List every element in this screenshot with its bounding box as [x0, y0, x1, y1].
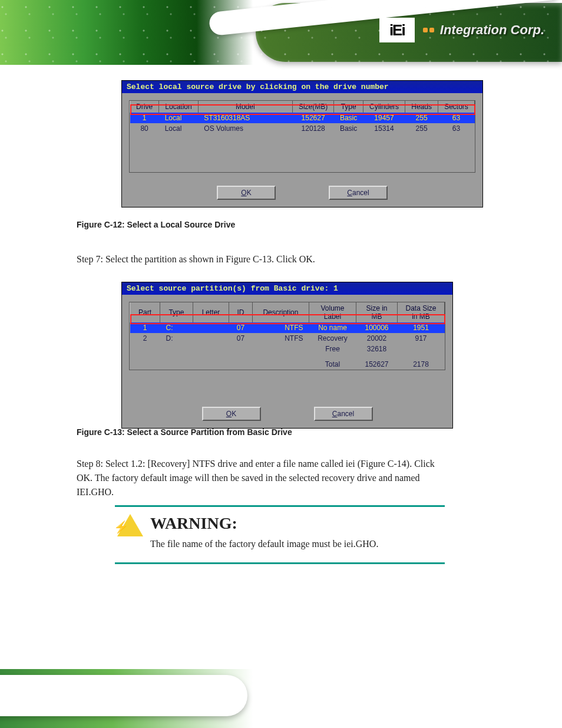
cancel-button[interactable]: CancelCancel	[329, 186, 388, 200]
col-letter: Letter	[193, 302, 229, 322]
cell-data: 1951	[398, 322, 445, 333]
cell-psize: 100006	[356, 322, 398, 333]
total-label: Total	[309, 354, 356, 370]
cell-ptype: D:	[160, 333, 193, 344]
cell-letter	[193, 322, 229, 333]
cell-type: Basic	[334, 123, 363, 134]
drive-row-selected[interactable]: 1 Local ST3160318AS 152627 Basic 19457 2…	[130, 113, 475, 123]
cell-cyl: 19457	[363, 113, 405, 123]
col-heads: Heads	[405, 101, 438, 113]
col-desc: Description	[252, 302, 309, 322]
col-sectors: Sectors	[438, 101, 475, 113]
partition-free-row: Free 32618	[130, 344, 445, 354]
cell-part: 1	[130, 322, 160, 333]
col-cylinders: Cylinders	[363, 101, 405, 113]
cell-psize: 20002	[356, 333, 398, 344]
dialog1-button-row: OOKK CancelCancel	[122, 180, 482, 207]
page-bottom-banner	[0, 669, 562, 728]
logo-mark: iEi	[379, 18, 415, 42]
cell-drive: 80	[130, 123, 159, 134]
cell-heads: 255	[405, 123, 438, 134]
cell-model: ST3160318AS	[198, 113, 292, 123]
col-location: Location	[159, 101, 199, 113]
dialog2-button-row: OKOK CancelCancel	[122, 401, 452, 428]
bottom-swoosh	[0, 675, 247, 716]
free-label: Free	[309, 344, 356, 354]
col-model: Model	[198, 101, 292, 113]
partition-row-selected[interactable]: 1 C: 07 NTFS No name 100006 1951	[130, 322, 445, 333]
cell-letter	[193, 333, 229, 344]
col-type: Type	[334, 101, 363, 113]
drive-table-empty-area	[130, 134, 475, 172]
col-psize: Size in MB	[356, 302, 398, 322]
total-data: 2178	[398, 354, 445, 370]
dialog2-title: Select source partition(s) from Basic dr…	[122, 282, 452, 295]
drive-table-header-row: Drive Location Model Size(MB) Type Cylin…	[130, 101, 475, 113]
warning-title: WARNING:	[150, 514, 378, 533]
cell-location: Local	[159, 123, 199, 134]
warning-divider-bottom	[115, 562, 445, 564]
total-size: 152627	[356, 354, 398, 370]
ok-button[interactable]: OKOK	[202, 407, 261, 421]
cell-size: 120128	[292, 123, 334, 134]
cancel-button[interactable]: CancelCancel	[314, 407, 373, 421]
partition-table-header-row: Part Type Letter ID Description Volume L…	[130, 302, 445, 322]
cell-cyl: 15314	[363, 123, 405, 134]
partition-table: Part Type Letter ID Description Volume L…	[130, 302, 445, 370]
warning-icon: ⚡	[117, 514, 143, 536]
ok-button[interactable]: OOKK	[217, 186, 276, 200]
logo-text: Integration Corp.	[440, 22, 544, 38]
col-id: ID	[229, 302, 253, 322]
col-part: Part	[130, 302, 160, 322]
drive-row[interactable]: 80 Local OS Volumes 120128 Basic 15314 2…	[130, 123, 475, 134]
col-size: Size(MB)	[292, 101, 334, 113]
cell-part: 2	[130, 333, 160, 344]
cell-data: 917	[398, 333, 445, 344]
dialog1-title: Select local source drive by clicking on…	[122, 81, 482, 93]
partition-table-wrap: Part Type Letter ID Description Volume L…	[129, 302, 445, 370]
cell-sectors: 63	[438, 113, 475, 123]
dialog2-spacer	[122, 377, 452, 401]
warning-text: The file name of the factory default ima…	[150, 536, 378, 552]
brand-logo: iEi Integration Corp.	[379, 18, 544, 42]
partition-total-row: Total 152627 2178	[130, 354, 445, 370]
cell-location: Local	[159, 113, 199, 123]
cell-label: No name	[309, 322, 356, 333]
cell-size: 152627	[292, 113, 334, 123]
cell-ptype: C:	[160, 322, 193, 333]
cell-sectors: 63	[438, 123, 475, 134]
free-size: 32618	[356, 344, 398, 354]
drive-table-wrap: Drive Location Model Size(MB) Type Cylin…	[129, 100, 475, 173]
cell-label: Recovery	[309, 333, 356, 344]
figure-caption-1: Figure C-12: Select a Local Source Drive	[77, 220, 235, 229]
cell-model: OS Volumes	[198, 123, 292, 134]
col-label: Volume Label	[309, 302, 356, 322]
cell-desc: NTFS	[252, 333, 309, 344]
col-drive: Drive	[130, 101, 159, 113]
logo-accent-dots	[423, 28, 434, 32]
drive-table: Drive Location Model Size(MB) Type Cylin…	[130, 101, 475, 134]
step-7-text: Step 7: Select the partition as shown in…	[77, 252, 442, 266]
col-ptype: Type	[160, 302, 193, 322]
figure-caption-2: Figure C-13: Select a Source Partition f…	[77, 427, 292, 437]
cell-drive: 1	[130, 113, 159, 123]
cell-id: 07	[229, 322, 253, 333]
cell-type: Basic	[334, 113, 363, 123]
step-8-text: Step 8: Select 1.2: [Recovery] NTFS driv…	[77, 457, 442, 499]
cell-desc: NTFS	[252, 322, 309, 333]
cell-id: 07	[229, 333, 253, 344]
cell-heads: 255	[405, 113, 438, 123]
dialog-select-source-partition: Select source partition(s) from Basic dr…	[121, 282, 453, 429]
partition-row[interactable]: 2 D: 07 NTFS Recovery 20002 917	[130, 333, 445, 344]
warning-block: ⚡ WARNING: The file name of the factory …	[115, 505, 445, 564]
col-data: Data Size in MB	[398, 302, 445, 322]
dialog-select-source-drive: Select local source drive by clicking on…	[121, 80, 483, 207]
